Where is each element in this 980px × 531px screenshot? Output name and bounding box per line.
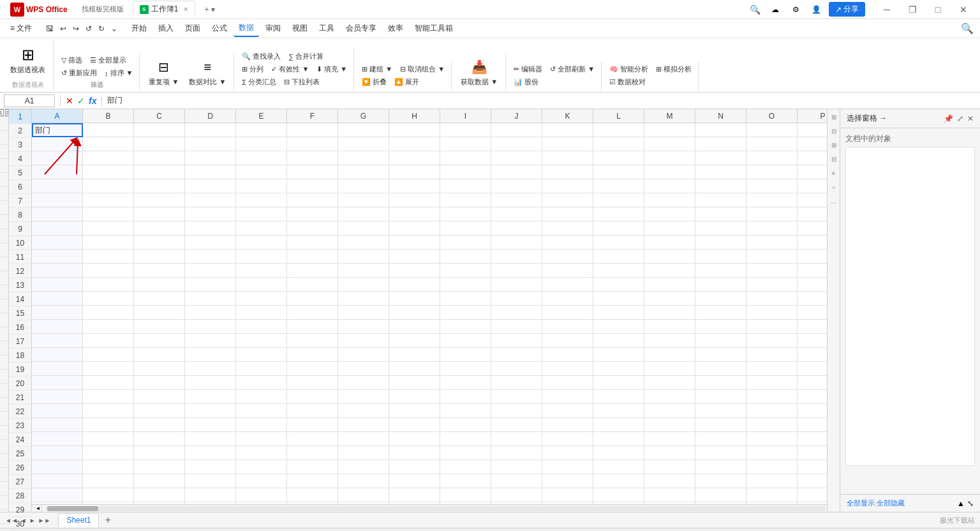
cell-C9[interactable] bbox=[134, 236, 185, 250]
cell-A19[interactable] bbox=[32, 376, 83, 390]
cell-M14[interactable] bbox=[644, 306, 695, 320]
ribbon-search-icon[interactable]: 🔍 bbox=[960, 21, 975, 36]
cell-B14[interactable] bbox=[83, 306, 134, 320]
cell-A14[interactable] bbox=[32, 306, 83, 320]
cell-C11[interactable] bbox=[134, 264, 185, 278]
cell-L27[interactable] bbox=[593, 488, 644, 502]
cell-O17[interactable] bbox=[746, 348, 798, 362]
cell-N28[interactable] bbox=[695, 502, 746, 504]
menu-view[interactable]: 视图 bbox=[287, 20, 313, 36]
row-num-14[interactable]: 14 bbox=[9, 292, 31, 306]
cell-L22[interactable] bbox=[593, 418, 644, 432]
cell-C4[interactable] bbox=[134, 165, 185, 179]
cell-C24[interactable] bbox=[134, 446, 185, 460]
cell-H5[interactable] bbox=[389, 179, 440, 193]
cell-B9[interactable] bbox=[83, 236, 134, 250]
cell-M21[interactable] bbox=[644, 404, 695, 418]
cell-C13[interactable] bbox=[134, 292, 185, 306]
cell-K23[interactable] bbox=[542, 432, 593, 446]
data-check-button[interactable]: ☑ 数据校对 bbox=[607, 76, 648, 88]
cell-A10[interactable] bbox=[32, 250, 83, 264]
find-enter-button[interactable]: 🔍 查找录入 bbox=[239, 50, 283, 63]
cell-D4[interactable] bbox=[185, 165, 236, 179]
cell-E25[interactable] bbox=[236, 460, 287, 474]
cell-N14[interactable] bbox=[695, 306, 746, 320]
row-num-28[interactable]: 28 bbox=[9, 489, 31, 503]
cell-A11[interactable] bbox=[32, 264, 83, 278]
cell-B21[interactable] bbox=[83, 404, 134, 418]
cell-M10[interactable] bbox=[644, 250, 695, 264]
cell-K21[interactable] bbox=[542, 404, 593, 418]
cell-J3[interactable] bbox=[491, 151, 542, 165]
duplicate-button[interactable]: ⊟ 重复项 ▼ bbox=[145, 54, 182, 89]
cell-C8[interactable] bbox=[134, 221, 185, 236]
cell-F28[interactable] bbox=[287, 502, 338, 504]
cell-L6[interactable] bbox=[593, 193, 644, 207]
menu-home[interactable]: 开始 bbox=[126, 20, 152, 36]
cell-O22[interactable] bbox=[746, 418, 798, 432]
cell-K22[interactable] bbox=[542, 418, 593, 432]
cell-D18[interactable] bbox=[185, 362, 236, 376]
cell-I26[interactable] bbox=[440, 474, 491, 488]
cell-B4[interactable] bbox=[83, 165, 134, 179]
cell-D24[interactable] bbox=[185, 446, 236, 460]
cell-L8[interactable] bbox=[593, 221, 644, 236]
cell-I16[interactable] bbox=[440, 334, 491, 348]
more-icon[interactable]: ⌄ bbox=[108, 23, 120, 34]
cell-J18[interactable] bbox=[491, 362, 542, 376]
cell-C3[interactable] bbox=[134, 151, 185, 165]
dropdown-list-button[interactable]: ⊟ 下拉列表 bbox=[281, 76, 322, 88]
cell-C27[interactable] bbox=[134, 488, 185, 502]
cell-N5[interactable] bbox=[695, 179, 746, 193]
cell-G8[interactable] bbox=[338, 221, 389, 236]
cell-L10[interactable] bbox=[593, 250, 644, 264]
cell-J5[interactable] bbox=[491, 179, 542, 193]
cell-K11[interactable] bbox=[542, 264, 593, 278]
minimize-button[interactable]: ─ bbox=[875, 1, 898, 19]
cell-E16[interactable] bbox=[236, 334, 287, 348]
cell-B2[interactable] bbox=[83, 137, 134, 151]
cell-L13[interactable] bbox=[593, 292, 644, 306]
sv-icon-2[interactable]: ⊟ bbox=[829, 126, 839, 136]
cell-H22[interactable] bbox=[389, 418, 440, 432]
cell-E9[interactable] bbox=[236, 236, 287, 250]
level1-btn[interactable]: 1 bbox=[0, 109, 4, 116]
sheet-tab-sheet1[interactable]: Sheet1 bbox=[58, 513, 99, 527]
sv-icon-3[interactable]: ⊞ bbox=[829, 140, 839, 150]
template-tab[interactable]: 找模板完模版 bbox=[75, 2, 130, 17]
cell-C12[interactable] bbox=[134, 278, 185, 292]
cell-J25[interactable] bbox=[491, 460, 542, 474]
cell-L26[interactable] bbox=[593, 474, 644, 488]
cell-A18[interactable] bbox=[32, 362, 83, 376]
history-back-icon[interactable]: ↺ bbox=[83, 23, 94, 34]
cell-E12[interactable] bbox=[236, 278, 287, 292]
cell-G28[interactable] bbox=[338, 502, 389, 504]
cell-D26[interactable] bbox=[185, 474, 236, 488]
cell-A9[interactable] bbox=[32, 236, 83, 250]
share-button[interactable]: ↗ 分享 bbox=[829, 2, 865, 17]
cell-M20[interactable] bbox=[644, 390, 695, 404]
cell-H27[interactable] bbox=[389, 488, 440, 502]
cell-G3[interactable] bbox=[338, 151, 389, 165]
cell-K4[interactable] bbox=[542, 165, 593, 179]
cell-B1[interactable] bbox=[83, 123, 134, 137]
cell-E22[interactable] bbox=[236, 418, 287, 432]
cell-L21[interactable] bbox=[593, 404, 644, 418]
cell-E20[interactable] bbox=[236, 390, 287, 404]
cell-F23[interactable] bbox=[287, 432, 338, 446]
cell-F11[interactable] bbox=[287, 264, 338, 278]
cell-N21[interactable] bbox=[695, 404, 746, 418]
cell-O9[interactable] bbox=[746, 236, 798, 250]
cell-L18[interactable] bbox=[593, 362, 644, 376]
cell-I2[interactable] bbox=[440, 137, 491, 151]
cell-D19[interactable] bbox=[185, 376, 236, 390]
cell-E21[interactable] bbox=[236, 404, 287, 418]
cell-F12[interactable] bbox=[287, 278, 338, 292]
cell-B18[interactable] bbox=[83, 362, 134, 376]
cell-O4[interactable] bbox=[746, 165, 798, 179]
cell-E19[interactable] bbox=[236, 376, 287, 390]
cell-M4[interactable] bbox=[644, 165, 695, 179]
cell-H20[interactable] bbox=[389, 390, 440, 404]
cell-I11[interactable] bbox=[440, 264, 491, 278]
cell-E4[interactable] bbox=[236, 165, 287, 179]
